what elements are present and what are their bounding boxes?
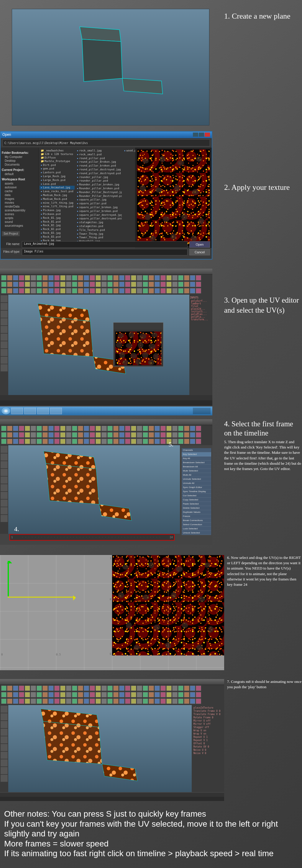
- toolbar-icon[interactable]: [101, 439, 107, 444]
- toolbar-icon[interactable]: [48, 282, 54, 287]
- toolbar-icon[interactable]: [72, 692, 77, 698]
- toolbar-icon[interactable]: [196, 699, 201, 704]
- toolbar-icon[interactable]: [184, 699, 189, 704]
- toolbar-icon[interactable]: [166, 432, 172, 438]
- menu-item[interactable]: Unmute Selected: [182, 477, 211, 481]
- toolbar-icon[interactable]: [107, 288, 113, 293]
- tool-icon[interactable]: [1, 713, 8, 720]
- menu-item[interactable]: Channels: [182, 448, 211, 452]
- toolbar-icon[interactable]: [54, 275, 60, 280]
- toolbar-icon[interactable]: [178, 692, 183, 698]
- tool-icon[interactable]: [1, 507, 8, 514]
- toolbar-icon[interactable]: [143, 288, 148, 293]
- file-item[interactable]: Rounder_pillar_broken.jpg: [76, 183, 122, 187]
- toolbar-icon[interactable]: [96, 686, 101, 691]
- toolbar-icon[interactable]: [137, 686, 142, 691]
- toolbar-icon[interactable]: [1, 439, 6, 444]
- toolbar-icon[interactable]: [72, 439, 77, 444]
- range-slider[interactable]: [0, 797, 224, 801]
- toolbar-icon[interactable]: [60, 439, 65, 444]
- toolbar-icon[interactable]: [31, 692, 36, 698]
- toolbar-icon[interactable]: [166, 288, 172, 293]
- toolbar-icon[interactable]: [90, 275, 95, 280]
- toolbar-icon[interactable]: [161, 282, 166, 287]
- toolbar-icon[interactable]: [42, 275, 48, 280]
- timeline-slider[interactable]: [0, 395, 212, 400]
- filename-input[interactable]: Lava_Animated.jpg: [22, 241, 188, 248]
- toolbar-icon[interactable]: [178, 432, 183, 438]
- file-item[interactable]: stalagmites.psd: [76, 224, 122, 228]
- toolbar-icon[interactable]: [143, 275, 148, 280]
- toolbar-icon[interactable]: [7, 439, 12, 444]
- toolbar-icon[interactable]: [125, 439, 130, 444]
- toolbar-icon[interactable]: [7, 432, 12, 438]
- menu-item[interactable]: Unlock Selected: [182, 531, 211, 535]
- tool-icon[interactable]: [1, 767, 8, 774]
- maximize-button[interactable]: [199, 132, 204, 137]
- toolbar-icon[interactable]: [101, 686, 107, 691]
- toolbar-icon[interactable]: [96, 426, 101, 431]
- tool-icon[interactable]: [1, 736, 8, 743]
- toolbar-icon[interactable]: [178, 275, 183, 280]
- toolbar-icon[interactable]: [155, 275, 160, 280]
- toolbar-icon[interactable]: [190, 282, 195, 287]
- toolbar-icon[interactable]: [184, 432, 189, 438]
- toolbar-icon[interactable]: [1, 692, 6, 698]
- file-item[interactable]: Rock_01.psd: [39, 220, 75, 224]
- toolbar-icon[interactable]: [113, 288, 119, 293]
- toolbar-icon[interactable]: [48, 686, 54, 691]
- set-project-button[interactable]: Set Project: [2, 231, 20, 236]
- toolbar-icon[interactable]: [137, 692, 142, 698]
- toolbar-icon[interactable]: [13, 686, 18, 691]
- file-item[interactable]: mine_lift_thing.psd: [39, 205, 75, 209]
- toolbar-icon[interactable]: [31, 288, 36, 293]
- tool-icon[interactable]: [1, 492, 8, 499]
- toolbar-icon[interactable]: [84, 275, 89, 280]
- tool-icon[interactable]: [1, 744, 8, 751]
- file-item[interactable]: rock_small.jpg: [76, 149, 122, 153]
- toolbar-icon[interactable]: [155, 432, 160, 438]
- file-item[interactable]: square_pillar.psd: [76, 202, 122, 206]
- toolbar-icon[interactable]: [161, 288, 166, 293]
- toolbar-icon[interactable]: [90, 282, 95, 287]
- workspace-folder[interactable]: sceneAssembly: [2, 209, 37, 212]
- channel-box[interactable]: INPUTSpolySurf...lambertfile2place2d...i…: [189, 294, 212, 395]
- workspace-folder[interactable]: scripts: [2, 216, 37, 220]
- toolbar-icon[interactable]: [166, 686, 172, 691]
- workspace-folder[interactable]: sourceimages: [2, 224, 37, 228]
- toolbar-icon[interactable]: [125, 275, 130, 280]
- toolbar-icon[interactable]: [84, 288, 89, 293]
- toolbar-icon[interactable]: [84, 439, 89, 444]
- toolbar-icon[interactable]: [54, 288, 60, 293]
- tool-icon[interactable]: [1, 349, 8, 356]
- file-column-1[interactable]: _newSwatches128 x 128 texturesDiffuseMar…: [39, 148, 75, 248]
- workspace-folder[interactable]: cache: [2, 189, 37, 193]
- tool-icon[interactable]: [1, 454, 8, 461]
- file-item[interactable]: square_pillar_broken.jpg: [76, 206, 122, 209]
- toolbar-icon[interactable]: [190, 432, 195, 438]
- toolbar-icon[interactable]: [13, 432, 18, 438]
- toolbar-icon[interactable]: [196, 275, 201, 280]
- toolbar-icon[interactable]: [166, 426, 172, 431]
- toolbar-icon[interactable]: [196, 686, 201, 691]
- toolbar-icon[interactable]: [143, 692, 148, 698]
- toolbar-icon[interactable]: [78, 282, 83, 287]
- file-item[interactable]: square_pillar_destroyed.jpg: [76, 213, 122, 217]
- toolbar-icon[interactable]: [155, 699, 160, 704]
- toolbar-icon[interactable]: [84, 426, 89, 431]
- toolbar-icon[interactable]: [172, 288, 177, 293]
- toolbar-icon[interactable]: [19, 439, 24, 444]
- toolbar-icon[interactable]: [7, 288, 12, 293]
- toolbar-icon[interactable]: [96, 275, 101, 280]
- toolbar-icon[interactable]: [143, 282, 148, 287]
- tool-icon[interactable]: [1, 303, 8, 310]
- toolbar-icon[interactable]: [13, 282, 18, 287]
- toolbar-icon[interactable]: [42, 439, 48, 444]
- toolbar-icon[interactable]: [42, 426, 48, 431]
- toolbar-icon[interactable]: [31, 686, 36, 691]
- toolbar-icon[interactable]: [66, 686, 71, 691]
- toolbar-icon[interactable]: [19, 686, 24, 691]
- toolbar-icon[interactable]: [60, 692, 65, 698]
- toolbar-icon[interactable]: [190, 699, 195, 704]
- tool-icon[interactable]: [1, 484, 8, 491]
